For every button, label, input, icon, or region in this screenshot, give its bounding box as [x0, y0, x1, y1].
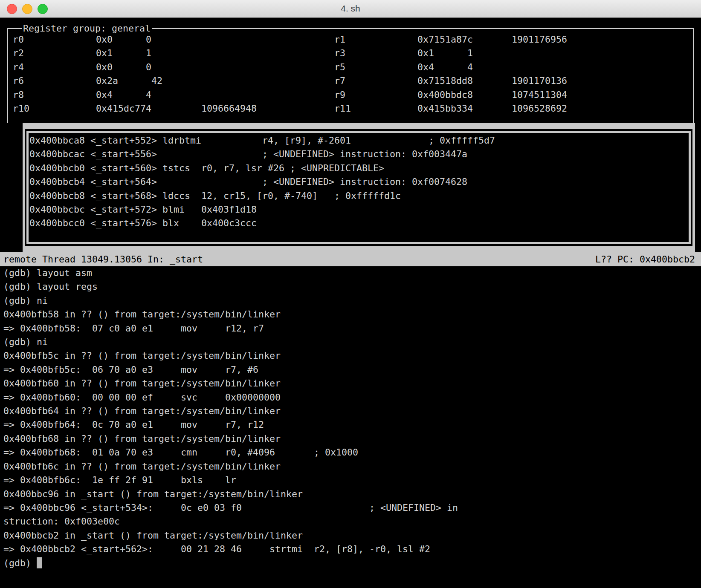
terminal-content: Register group: general r0 0x0 0 r1 0x71…: [0, 18, 701, 588]
assembly-lines: 0x400bbca8 <_start+552> ldrbtmi r4, [r9]…: [29, 134, 495, 231]
assembly-window-frame: 0x400bbca8 <_start+552> ldrbtmi r4, [r9]…: [25, 129, 692, 246]
status-thread-info: remote Thread 13049.13056 In: _start: [3, 254, 203, 265]
assembly-window: 0x400bbca8 <_start+552> ldrbtmi r4, [r9]…: [23, 123, 695, 252]
status-bar: remote Thread 13049.13056 In: _start L??…: [0, 252, 701, 266]
window-titlebar[interactable]: 4. sh: [0, 0, 701, 18]
console-output: (gdb) layout asm (gdb) layout regs (gdb)…: [3, 266, 458, 556]
gdb-prompt[interactable]: (gdb): [3, 558, 37, 568]
register-window: Register group: general r0 0x0 0 r1 0x71…: [7, 28, 694, 123]
terminal-window: 4. sh Register group: general r0 0x0 0 r…: [0, 0, 701, 588]
status-pc-info: L?? PC: 0x400bbcb2: [595, 252, 695, 266]
register-rows: r0 0x0 0 r1 0x7151a87c 1901176956 r2 0x1…: [13, 33, 567, 115]
text-cursor[interactable]: [37, 557, 42, 568]
prompt-line[interactable]: (gdb): [3, 556, 42, 570]
window-title: 4. sh: [0, 0, 701, 17]
assembly-window-content: 0x400bbca8 <_start+552> ldrbtmi r4, [r9]…: [29, 133, 689, 242]
